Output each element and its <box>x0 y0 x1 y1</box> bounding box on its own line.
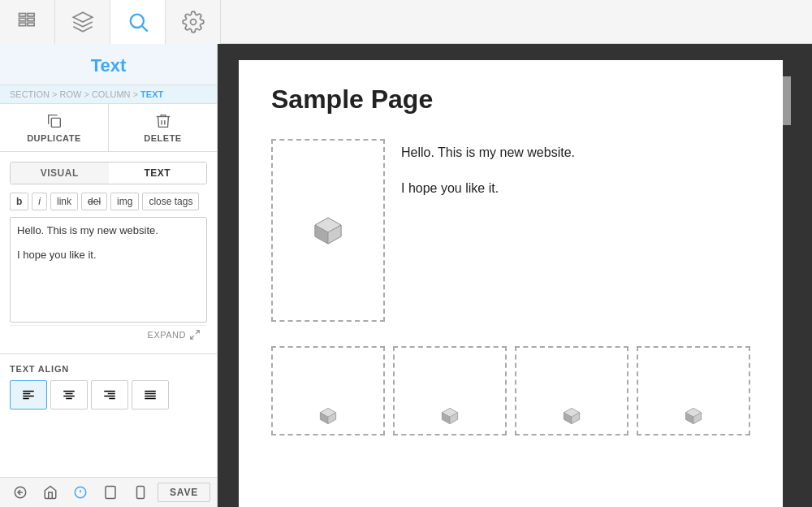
align-buttons <box>10 380 207 410</box>
cube-icon-btn[interactable] <box>55 0 110 44</box>
placeholder-cube-icon <box>312 214 344 247</box>
text-editor[interactable]: Hello. This is my new website. I hope yo… <box>10 217 207 323</box>
back-button[interactable] <box>6 481 33 504</box>
editor-section: VISUAL TEXT b i link del img close tags … <box>0 152 217 354</box>
text-line1: Hello. This is my new website. <box>401 143 750 162</box>
svg-rect-3 <box>28 13 34 16</box>
format-buttons: b i link del img close tags <box>10 193 207 210</box>
align-center-icon <box>62 388 76 402</box>
align-left-icon <box>21 388 36 402</box>
mobile-button[interactable] <box>127 481 154 504</box>
del-button[interactable]: del <box>81 193 107 210</box>
gear-icon-btn[interactable] <box>166 0 221 44</box>
home-icon <box>43 485 58 500</box>
text-line2: I hope you like it. <box>401 179 750 198</box>
sidebar-title: Text <box>0 44 217 85</box>
text-align-section: TEXT ALIGN <box>0 354 217 419</box>
col-cube-icon-4 <box>684 406 703 426</box>
breadcrumb: SECTION > ROW > COLUMN > TEXT <box>0 85 217 104</box>
text-align-label: TEXT ALIGN <box>10 364 207 374</box>
canvas-area: Sample Page Hello. This is my new websit… <box>218 44 812 507</box>
text-content: Hello. This is my new website. I hope yo… <box>401 139 750 322</box>
grid-icon-btn[interactable] <box>0 0 55 44</box>
bottom-columns-row <box>271 346 750 436</box>
close-tags-button[interactable]: close tags <box>142 193 199 210</box>
tablet-button[interactable] <box>97 481 124 504</box>
col-placeholder-2 <box>393 346 507 436</box>
home-button[interactable] <box>37 481 63 504</box>
sidebar-bottom-bar: SAVE <box>0 477 217 507</box>
svg-rect-2 <box>19 23 25 25</box>
align-left-button[interactable] <box>10 380 47 410</box>
col-placeholder-3 <box>515 346 628 436</box>
info-icon <box>73 485 88 500</box>
breadcrumb-row: ROW <box>59 89 81 99</box>
svg-rect-0 <box>19 13 25 16</box>
tablet-icon <box>103 485 118 500</box>
italic-button[interactable]: i <box>32 193 47 210</box>
content-row: Hello. This is my new website. I hope yo… <box>271 139 750 322</box>
mobile-icon <box>133 485 148 500</box>
col-placeholder-1 <box>271 346 385 436</box>
col-placeholder-4 <box>637 346 750 436</box>
action-buttons: DUPLICATE DELETE <box>0 104 217 152</box>
page-canvas: Sample Page Hello. This is my new websit… <box>239 60 783 507</box>
svg-point-8 <box>190 19 196 24</box>
align-justify-icon <box>143 388 158 402</box>
save-button[interactable]: SAVE <box>158 483 210 502</box>
tab-text[interactable]: TEXT <box>109 162 207 184</box>
bold-button[interactable]: b <box>10 193 28 210</box>
col-cube-icon-2 <box>440 406 460 426</box>
col-cube-icon-3 <box>562 406 581 426</box>
col-cube-icon-1 <box>318 406 338 426</box>
expand-icon <box>189 329 201 340</box>
expand-bar[interactable]: EXPAND <box>10 325 207 344</box>
svg-rect-9 <box>51 118 60 127</box>
breadcrumb-current: TEXT <box>140 89 163 99</box>
image-placeholder <box>271 139 385 322</box>
svg-rect-1 <box>19 18 25 21</box>
breadcrumb-column: COLUMN <box>92 89 131 99</box>
info-button[interactable] <box>67 481 93 504</box>
breadcrumb-section: SECTION <box>10 89 50 99</box>
align-right-button[interactable] <box>91 380 128 410</box>
page-title: Sample Page <box>271 84 750 115</box>
scrollbar-thumb[interactable] <box>783 76 791 125</box>
svg-rect-5 <box>28 23 34 25</box>
svg-rect-4 <box>28 18 34 21</box>
search-icon-btn[interactable] <box>110 0 166 44</box>
link-button[interactable]: link <box>50 193 78 210</box>
top-toolbar <box>0 0 812 44</box>
svg-point-6 <box>130 14 143 27</box>
sidebar: Text SECTION > ROW > COLUMN > TEXT DUPLI… <box>0 44 218 507</box>
align-center-button[interactable] <box>50 380 88 410</box>
svg-line-11 <box>191 336 194 339</box>
delete-button[interactable]: DELETE <box>109 104 217 151</box>
align-justify-button[interactable] <box>132 380 169 410</box>
img-button[interactable]: img <box>110 193 139 210</box>
align-right-icon <box>102 388 117 402</box>
svg-line-7 <box>142 26 147 31</box>
view-toggle: VISUAL TEXT <box>10 162 207 184</box>
main-layout: Text SECTION > ROW > COLUMN > TEXT DUPLI… <box>0 44 812 507</box>
duplicate-button[interactable]: DUPLICATE <box>0 104 109 151</box>
back-icon <box>13 485 28 500</box>
tab-visual[interactable]: VISUAL <box>11 162 109 184</box>
svg-line-10 <box>196 331 199 334</box>
